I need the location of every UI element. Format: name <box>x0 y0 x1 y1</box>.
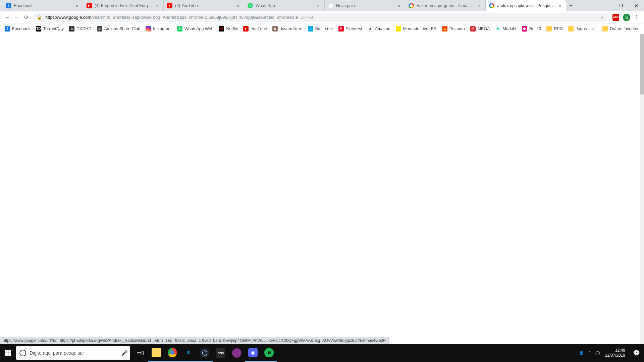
tab-andrezej-sapkowski[interactable]: andrezej sapkowski - Pesquisa G × <box>486 0 566 11</box>
taskbar-explorer[interactable] <box>148 344 164 362</box>
bookmark-modal[interactable]: ✱Modal+ <box>492 24 519 33</box>
whatsapp-icon <box>248 3 253 8</box>
tray-chevron-up-icon[interactable]: ˄ <box>586 351 594 355</box>
bookmark-jogos-folder[interactable]: Jogos <box>566 24 589 33</box>
bookmark-label: RPG <box>554 26 563 31</box>
taskbar-steam[interactable]: ◯ <box>197 344 213 362</box>
bookmark-pinterest[interactable]: PPinterest <box>336 24 365 33</box>
taskbar-gog[interactable] <box>229 344 245 362</box>
tab-title: (4) YouTube <box>175 3 233 8</box>
bookmark-instagram[interactable]: Instagram <box>143 24 174 33</box>
back-button[interactable]: ← <box>3 13 12 22</box>
bookmark-youtube[interactable]: YouTube <box>240 24 270 33</box>
roll20-icon: ⬢ <box>522 26 527 32</box>
taskbar-clock[interactable]: 12:49 22/07/2019 <box>602 348 629 358</box>
bookmark-rpg-folder[interactable]: RPG <box>544 24 566 33</box>
close-icon[interactable]: × <box>155 3 160 8</box>
close-icon[interactable]: × <box>557 3 562 8</box>
bookmark-label: Roll20 <box>529 26 541 31</box>
minimize-button[interactable]: ─ <box>598 0 613 11</box>
tab-nova-guia[interactable]: Nova guia × <box>325 0 405 11</box>
taskbar-search[interactable]: Digite aqui para pesquisar 🎤 <box>16 346 130 360</box>
bookmark-roll20[interactable]: ⬢Roll20 <box>519 24 544 33</box>
new-tab-button[interactable]: + <box>566 0 576 11</box>
bookmark-label: Instagram <box>153 26 172 31</box>
amigos-share-icon: ☺ <box>97 26 102 32</box>
blank-icon <box>328 3 333 8</box>
taskbar-blizzard[interactable]: ❄ <box>180 344 197 362</box>
bookmark-mercado-livre[interactable]: Mercado Livre BR <box>393 24 439 33</box>
mic-icon[interactable]: 🎤 <box>119 350 130 356</box>
modal-icon: ✱ <box>495 26 500 32</box>
task-view-button[interactable]: ▭▯ <box>132 344 148 362</box>
youtube-icon <box>167 3 172 8</box>
tray-app-icon[interactable]: ◯ <box>594 351 602 355</box>
instagram-icon <box>146 26 151 32</box>
bookmark-netflix[interactable]: NNetflix <box>216 24 240 33</box>
status-bar: https://www.google.com/url?url=https://p… <box>0 337 389 344</box>
tab-forged-in-fire[interactable]: (4) Forged in Fire: Coal-Forged Bl × <box>83 0 164 11</box>
tab-whatsapp[interactable]: WhatsApp × <box>244 0 325 11</box>
tray-people-icon[interactable]: 👤 <box>578 351 586 355</box>
other-bookmarks[interactable]: Outros favoritos <box>600 26 642 32</box>
tab-title: andrezej sapkowski - Pesquisa G <box>497 3 555 8</box>
bookmarks-overflow[interactable]: » <box>590 26 597 31</box>
close-icon[interactable]: × <box>74 3 79 8</box>
bookmark-star-icon[interactable]: ☆ <box>600 14 604 20</box>
maximize-button[interactable]: ❐ <box>613 0 629 11</box>
battlenet-icon: b <box>308 26 313 32</box>
bookmark-pelando[interactable]: 🔥Pelando <box>439 24 468 33</box>
url-path: /search?q=andrezej+sapkowski&oq=Andrez&a… <box>91 15 313 20</box>
bookmark-facebook[interactable]: fFacebook <box>2 24 33 33</box>
start-button[interactable] <box>0 344 16 362</box>
mercado-livre-icon <box>396 26 401 32</box>
bookmark-label: Jovem Nerd <box>280 26 302 31</box>
reload-button[interactable]: ⟳ <box>21 13 31 22</box>
close-icon[interactable]: × <box>316 3 321 8</box>
bookmark-label: Mercado Livre BR <box>403 26 437 31</box>
vertical-scrollbar[interactable] <box>640 34 644 344</box>
toolbar: ← → ⟳ 🔒 https://www.google.com/search?q=… <box>0 11 644 23</box>
bookmark-label: TorrentDay <box>43 26 64 31</box>
abp-extension[interactable]: ABP <box>611 13 621 22</box>
bookmark-amazon[interactable]: aAmazon <box>365 24 393 33</box>
close-icon[interactable]: × <box>235 3 240 8</box>
youtube-icon <box>87 3 92 8</box>
url-host: https://www.google.com <box>45 15 91 20</box>
chrome-menu-button[interactable]: ⋮ <box>632 14 641 20</box>
bookmark-label: DXDHD <box>76 26 91 31</box>
action-center-icon[interactable]: 💬 <box>629 350 644 357</box>
bookmark-mega[interactable]: MMEGA <box>468 24 493 33</box>
bookmark-dxdhd[interactable]: ⊕DXDHD <box>66 24 94 33</box>
bookmark-amigos-share[interactable]: ☺Amigos Share Club <box>94 24 143 33</box>
bookmark-jovem-nerd[interactable]: ☻Jovem Nerd <box>270 24 305 33</box>
tab-strip: f Facebook × (4) Forged in Fire: Coal-Fo… <box>0 0 644 11</box>
taskbar-search-placeholder: Digite aqui para pesquisar <box>30 350 119 356</box>
bookmark-label: Jogos <box>576 26 587 31</box>
lock-icon: 🔒 <box>37 15 42 20</box>
discord-icon: ◉ <box>248 348 258 357</box>
close-window-button[interactable]: ✕ <box>629 0 644 11</box>
spotify-icon: ≋ <box>264 348 274 357</box>
file-explorer-icon <box>152 348 161 357</box>
close-icon[interactable]: × <box>477 3 482 8</box>
tab-fazer-pergunta[interactable]: Fazer uma pergunta - Ajuda do G × <box>405 0 486 11</box>
forward-button[interactable]: → <box>12 13 21 22</box>
scrollbar-thumb[interactable] <box>640 34 644 95</box>
taskbar-chrome[interactable] <box>164 344 180 362</box>
bookmark-battlenet[interactable]: bBattle.net <box>305 24 336 33</box>
address-bar[interactable]: 🔒 https://www.google.com/search?q=andrez… <box>33 13 608 22</box>
tab-youtube[interactable]: (4) YouTube × <box>164 0 244 11</box>
bookmark-torrentday[interactable]: TDTorrentDay <box>33 24 66 33</box>
bookmark-label: MEGA <box>478 26 490 31</box>
taskbar-spotify[interactable]: ≋ <box>261 344 277 362</box>
youtube-icon <box>243 26 249 32</box>
taskbar-epic[interactable]: EPIC <box>213 344 229 362</box>
chevron-right-icon: » <box>592 26 595 31</box>
close-icon[interactable]: × <box>396 3 401 8</box>
taskbar-discord[interactable]: ◉ <box>245 344 261 362</box>
profile-avatar[interactable]: S <box>622 13 631 22</box>
bookmark-whatsapp-web[interactable]: WhatsApp Web <box>174 24 216 33</box>
pinterest-icon: P <box>338 26 344 32</box>
tab-facebook[interactable]: f Facebook × <box>3 0 83 11</box>
